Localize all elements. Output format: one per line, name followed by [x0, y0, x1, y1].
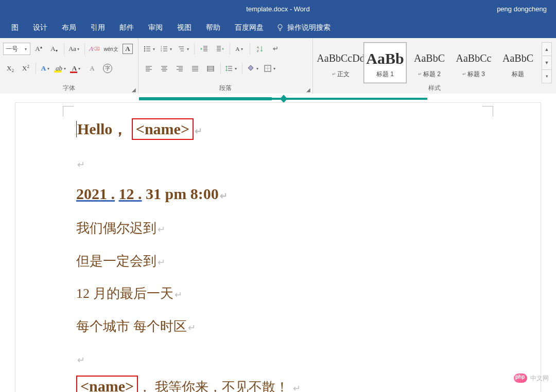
- text-cursor: [76, 121, 77, 137]
- placeholder-name-2[interactable]: <name>: [76, 376, 138, 392]
- tell-me-search[interactable]: 操作说明搜索: [271, 19, 336, 37]
- body-line[interactable]: 我们偶尔迟到↵: [76, 216, 484, 241]
- date-line[interactable]: 2021 . 12 . 31 pm 8:00↵: [76, 179, 484, 208]
- paragraph-dialog-launcher[interactable]: ◢: [306, 87, 310, 93]
- group-styles-label: 样式: [316, 83, 553, 93]
- margin-corner-icon: [482, 106, 493, 117]
- style-preview: AaBbC: [414, 47, 445, 70]
- style-item-3[interactable]: AaBbCc↵标题 3: [452, 42, 495, 83]
- tab-mailings[interactable]: 邮件: [112, 19, 141, 37]
- closing-line[interactable]: <name>， 我等你来，不见不散！ ↵: [76, 375, 484, 392]
- styles-gallery: AaBbCcDd↵正文AaBb标题 1AaBbC↵标题 2AaBbCc↵标题 3…: [316, 40, 553, 83]
- body-line[interactable]: 但是一定会到↵: [76, 248, 484, 274]
- page[interactable]: Hello， <name>↵ ↵ 2021 . 12 . 31 pm 8:00↵…: [15, 103, 541, 392]
- horizontal-ruler[interactable]: [15, 94, 541, 103]
- style-item-2[interactable]: AaBbC↵标题 2: [408, 42, 451, 83]
- style-item-0[interactable]: AaBbCcDd↵正文: [319, 42, 362, 83]
- font-size-combo[interactable]: 一号▾: [3, 43, 30, 55]
- style-name: 标题: [512, 70, 524, 79]
- svg-text:A: A: [257, 46, 259, 49]
- tab-baidu-netdisk[interactable]: 百度网盘: [228, 19, 271, 37]
- style-preview: AaBbC: [502, 47, 533, 70]
- style-preview: AaBbCc: [456, 47, 492, 70]
- tab-picture[interactable]: 图: [4, 19, 26, 37]
- asian-layout-button[interactable]: A▾: [233, 42, 247, 56]
- tab-layout[interactable]: 布局: [55, 19, 83, 37]
- borders-button[interactable]: ▾: [262, 62, 278, 75]
- svg-text:3: 3: [161, 49, 162, 52]
- align-right-button[interactable]: [172, 62, 187, 75]
- chevron-down-icon: ▾: [24, 47, 28, 51]
- filename: template.docx: [246, 5, 288, 13]
- style-name: ↵标题 2: [418, 70, 441, 79]
- style-name: ↵标题 3: [462, 70, 485, 79]
- styles-scroll-down[interactable]: ▼: [542, 56, 551, 69]
- heading-line[interactable]: Hello， <name>↵: [76, 114, 484, 144]
- grow-font-button[interactable]: A▴: [31, 42, 46, 56]
- character-border-button[interactable]: A: [120, 42, 135, 56]
- decrease-indent-button[interactable]: [197, 42, 212, 56]
- svg-point-0: [278, 24, 282, 28]
- group-font-label: 字体: [3, 83, 135, 93]
- ribbon: 一号▾ A▴ A▾ Aa▾ A⌫ wén文 A X2 X2 A▾ ab▾ A▾ …: [0, 38, 556, 94]
- enclose-characters-button[interactable]: 字: [100, 62, 115, 75]
- character-shading-button[interactable]: A: [85, 62, 99, 75]
- document-area: Hello， <name>↵ ↵ 2021 . 12 . 31 pm 8:00↵…: [0, 94, 556, 392]
- subscript-button[interactable]: X2: [3, 62, 18, 75]
- line-spacing-button[interactable]: ▾: [223, 62, 239, 75]
- account-name[interactable]: peng dongcheng: [497, 5, 547, 13]
- tab-review[interactable]: 审阅: [141, 19, 170, 37]
- tab-design[interactable]: 设计: [26, 19, 55, 37]
- show-marks-button[interactable]: ↵: [268, 42, 283, 56]
- style-preview: AaBb: [366, 47, 404, 70]
- increase-indent-button[interactable]: [213, 42, 227, 56]
- paragraph-mark-icon: ↵: [188, 323, 196, 333]
- font-dialog-launcher[interactable]: ◢: [132, 87, 136, 93]
- align-justify-button[interactable]: [188, 62, 202, 75]
- paragraph-mark-icon: ↵: [158, 224, 165, 235]
- body-line[interactable]: 每个城市 每个时区↵: [76, 314, 484, 339]
- multilevel-list-button[interactable]: ▾: [176, 42, 192, 56]
- numbering-button[interactable]: 123▾: [159, 42, 175, 56]
- paragraph-mark-icon: ↵: [195, 126, 202, 136]
- tab-view[interactable]: 视图: [170, 19, 199, 37]
- indent-marker-icon[interactable]: [279, 94, 288, 103]
- style-preview: AaBbCcDd: [317, 47, 364, 70]
- style-name: 标题 1: [376, 70, 394, 79]
- change-case-button[interactable]: Aa▾: [67, 42, 82, 56]
- paragraph-mark-icon: ↵: [158, 257, 165, 268]
- shrink-font-button[interactable]: A▾: [47, 42, 61, 56]
- group-font: 一号▾ A▴ A▾ Aa▾ A⌫ wén文 A X2 X2 A▾ ab▾ A▾ …: [0, 38, 138, 94]
- paragraph-mark-icon: ↵: [77, 355, 85, 365]
- tab-references[interactable]: 引用: [83, 19, 112, 37]
- site-watermark: 中文网: [514, 373, 549, 383]
- paragraph-mark-icon: ↵: [293, 383, 301, 392]
- sort-button[interactable]: AZ: [253, 42, 267, 56]
- page-content[interactable]: Hello， <name>↵ ↵ 2021 . 12 . 31 pm 8:00↵…: [15, 103, 541, 392]
- style-item-4[interactable]: AaBbC标题: [496, 42, 540, 83]
- clear-formatting-button[interactable]: A⌫: [87, 42, 101, 56]
- svg-point-3: [144, 50, 145, 51]
- bullets-button[interactable]: ▾: [142, 42, 158, 56]
- style-item-1[interactable]: AaBb标题 1: [363, 42, 407, 83]
- highlight-color-button[interactable]: ab▾: [54, 62, 68, 75]
- text-effects-button[interactable]: A▾: [39, 62, 53, 75]
- window-title: template.docx - Word: [0, 5, 556, 13]
- align-distributed-button[interactable]: [203, 62, 218, 75]
- font-color-button[interactable]: A▾: [70, 62, 84, 75]
- styles-scroll-up[interactable]: ▲: [542, 43, 551, 56]
- placeholder-name-1[interactable]: <name>: [132, 118, 194, 140]
- body-line[interactable]: 12 月的最后一天↵: [76, 281, 484, 306]
- group-paragraph-label: 段落: [142, 83, 309, 93]
- align-left-button[interactable]: [142, 62, 156, 75]
- title-bar: template.docx - Word peng dongcheng: [0, 0, 556, 17]
- php-logo-icon: [514, 373, 527, 383]
- phonetic-guide-button[interactable]: wén文: [102, 42, 119, 56]
- align-center-button[interactable]: [157, 62, 171, 75]
- shading-button[interactable]: ▾: [245, 62, 261, 75]
- tab-help[interactable]: 帮助: [199, 19, 228, 37]
- styles-expand[interactable]: ▾: [542, 70, 551, 83]
- superscript-button[interactable]: X2: [19, 62, 33, 75]
- paragraph-mark-icon: ↵: [220, 191, 228, 201]
- lightbulb-icon: [276, 23, 284, 33]
